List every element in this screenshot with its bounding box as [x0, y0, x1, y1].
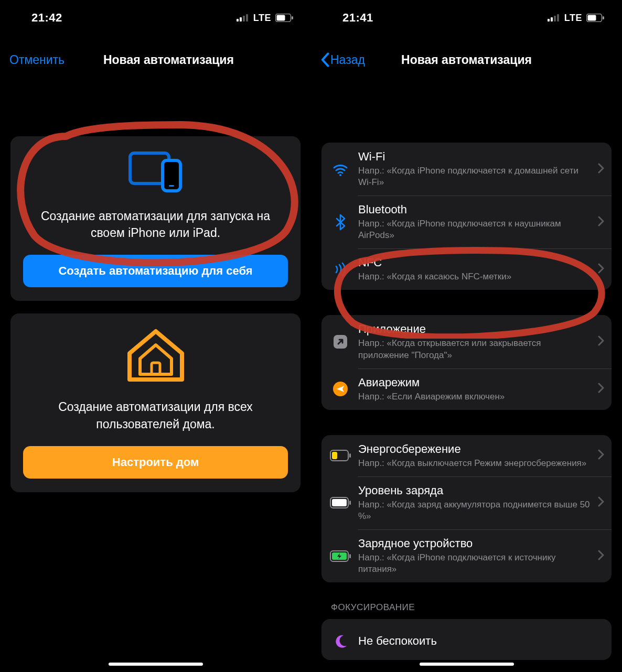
svg-rect-17 — [603, 16, 604, 19]
screen-left: 21:42 LTE Отменить Новая автомати — [0, 0, 311, 672]
trigger-group-power: Энергосбережение Напр.: «Когда выключает… — [321, 435, 612, 582]
home-automation-card: Создание автоматизации для всех пользова… — [10, 313, 301, 492]
svg-rect-10 — [152, 363, 160, 374]
svg-rect-22 — [332, 452, 337, 459]
trigger-airplane[interactable]: Авиарежим Напр.: «Если Авиарежим включен… — [321, 368, 612, 410]
row-sub: Напр.: «Когда выключается Режим энергосб… — [358, 458, 594, 469]
focus-section-header: ФОКУСИРОВАНИЕ — [331, 602, 602, 613]
signal-icon — [237, 14, 249, 21]
nfc-icon — [329, 261, 352, 278]
home-indicator[interactable] — [109, 663, 203, 666]
personal-automation-card: Создание автоматизации для запуска на св… — [10, 136, 301, 301]
trigger-group-network: Wi-Fi Напр.: «Когда iPhone подключается … — [321, 143, 612, 290]
row-sub: Напр.: «Когда iPhone подключается к исто… — [358, 552, 594, 575]
screen-right: 21:41 LTE — [311, 0, 622, 672]
svg-rect-3 — [246, 14, 248, 21]
setup-home-button[interactable]: Настроить дом — [23, 446, 288, 479]
cancel-button[interactable]: Отменить — [9, 53, 65, 67]
svg-point-18 — [339, 174, 341, 176]
trigger-nfc[interactable]: NFC Напр.: «Когда я касаюсь NFC-метки» — [321, 248, 612, 290]
trigger-wifi[interactable]: Wi-Fi Напр.: «Когда iPhone подключается … — [321, 143, 612, 196]
moon-icon — [329, 633, 352, 650]
row-sub: Напр.: «Если Авиарежим включен» — [358, 391, 594, 403]
bluetooth-icon — [329, 214, 352, 231]
nav-bar: Назад Новая автоматизация — [311, 36, 622, 86]
svg-rect-6 — [292, 16, 293, 19]
status-bar: 21:41 LTE — [311, 0, 622, 36]
chevron-right-icon — [598, 163, 604, 176]
battery-icon — [275, 14, 293, 22]
row-title: Уровень заряда — [358, 484, 594, 497]
personal-card-desc: Создание автоматизации для запуска на св… — [26, 208, 285, 241]
low-power-icon — [329, 450, 352, 461]
trigger-charger[interactable]: Зарядное устройство Напр.: «Когда iPhone… — [321, 529, 612, 582]
svg-rect-25 — [332, 499, 347, 506]
chevron-right-icon — [598, 496, 604, 509]
row-sub: Напр.: «Когда я касаюсь NFC-метки» — [358, 271, 594, 283]
status-bar: 21:42 LTE — [0, 0, 311, 36]
svg-rect-14 — [557, 14, 559, 21]
row-title: Энергосбережение — [358, 442, 594, 456]
trigger-group-app: Приложение Напр.: «Когда открывается или… — [321, 315, 612, 409]
row-title: Wi-Fi — [358, 150, 594, 164]
trigger-low-power[interactable]: Энергосбережение Напр.: «Когда выключает… — [321, 435, 612, 476]
chevron-right-icon — [598, 216, 604, 229]
row-sub: Напр.: «Когда заряд аккумулятора подниме… — [358, 499, 594, 522]
chevron-right-icon — [598, 449, 604, 462]
back-label: Назад — [330, 53, 365, 67]
create-personal-automation-button[interactable]: Создать автоматизацию для себя — [23, 255, 288, 287]
page-title: Новая автоматизация — [401, 53, 532, 67]
airplane-icon — [329, 381, 352, 397]
chevron-right-icon — [598, 335, 604, 348]
row-title: Зарядное устройство — [358, 537, 594, 550]
battery-icon — [586, 14, 604, 22]
home-icon — [124, 327, 187, 387]
status-time: 21:41 — [342, 11, 373, 25]
svg-rect-0 — [237, 19, 239, 21]
trigger-battery-level[interactable]: Уровень заряда Напр.: «Когда заряд аккум… — [321, 476, 612, 529]
trigger-app[interactable]: Приложение Напр.: «Когда открывается или… — [321, 315, 612, 368]
svg-rect-11 — [548, 19, 550, 21]
status-time: 21:42 — [31, 11, 62, 25]
svg-rect-23 — [349, 453, 351, 458]
svg-rect-16 — [588, 15, 596, 21]
svg-rect-12 — [551, 17, 553, 21]
svg-rect-5 — [277, 15, 285, 21]
status-right: LTE — [548, 13, 604, 24]
devices-icon — [127, 150, 185, 196]
row-sub: Напр.: «Когда iPhone подключается к науш… — [358, 218, 594, 241]
row-title: Не беспокоить — [358, 634, 604, 648]
app-icon — [329, 333, 352, 350]
svg-rect-26 — [349, 501, 351, 505]
svg-rect-9 — [169, 185, 174, 187]
page-title: Новая автоматизация — [103, 53, 234, 67]
trigger-bluetooth[interactable]: Bluetooth Напр.: «Когда iPhone подключае… — [321, 196, 612, 248]
home-card-desc: Создание автоматизации для всех пользова… — [26, 398, 285, 432]
row-title: Авиарежим — [358, 376, 594, 389]
chevron-right-icon — [598, 383, 604, 395]
svg-rect-29 — [349, 554, 351, 558]
network-label: LTE — [564, 13, 582, 24]
wifi-icon — [329, 161, 352, 178]
nav-bar: Отменить Новая автоматизация — [0, 36, 311, 86]
chevron-right-icon — [598, 550, 604, 562]
row-title: NFC — [358, 256, 594, 269]
signal-icon — [548, 14, 560, 21]
charger-icon — [329, 550, 352, 562]
row-sub: Напр.: «Когда открывается или закрываетс… — [358, 338, 594, 361]
svg-rect-13 — [554, 16, 556, 21]
chevron-left-icon — [320, 52, 329, 67]
status-right: LTE — [237, 13, 293, 24]
trigger-do-not-disturb[interactable]: Не беспокоить — [321, 619, 612, 660]
home-indicator[interactable] — [420, 663, 514, 666]
back-button[interactable]: Назад — [320, 52, 365, 67]
svg-rect-2 — [243, 16, 245, 21]
chevron-right-icon — [598, 263, 604, 276]
svg-rect-1 — [240, 17, 242, 21]
network-label: LTE — [253, 13, 271, 24]
row-title: Приложение — [358, 322, 594, 336]
battery-level-icon — [329, 497, 352, 508]
row-sub: Напр.: «Когда iPhone подключается к дома… — [358, 165, 594, 188]
trigger-group-focus: Не беспокоить — [321, 619, 612, 660]
row-title: Bluetooth — [358, 203, 594, 216]
